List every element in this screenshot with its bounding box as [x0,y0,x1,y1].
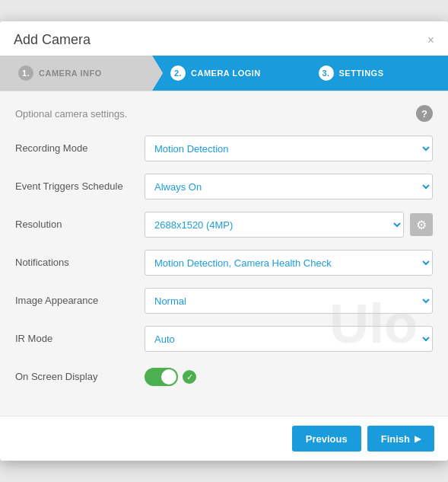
resolution-control: 2688x1520 (4MP) 1920x1080 (2MP) 1280x720… [145,212,433,238]
image-appearance-label: Image Appearance [15,295,145,308]
help-icon[interactable]: ? [416,105,433,122]
previous-button[interactable]: Previous [292,426,361,452]
step-1-number: 1. [18,65,33,81]
finish-label: Finish [381,433,410,445]
recording-mode-label: Recording Mode [15,142,145,155]
event-triggers-row: Event Triggers Schedule Always On Custom… [15,172,433,201]
optional-row: Optional camera settings. ? [15,105,433,122]
resolution-row: Resolution 2688x1520 (4MP) 1920x1080 (2M… [15,210,433,239]
modal-footer: Previous Finish ▶ [0,416,448,461]
image-appearance-control: Normal Black & White Fisheye [145,288,433,314]
ir-mode-row: IR Mode Auto On Off [15,324,433,353]
modal-header: Add Camera × [0,21,448,56]
on-screen-toggle[interactable] [145,368,178,386]
step-camera-login[interactable]: 2. CAMERA LOGIN [152,56,300,91]
ir-mode-select[interactable]: Auto On Off [145,326,433,352]
optional-text: Optional camera settings. [15,108,127,120]
notifications-row: Notifications Motion Detection, Camera H… [15,248,433,277]
recording-mode-select[interactable]: Motion Detection Always On Disabled [145,136,433,161]
step-2-label: CAMERA LOGIN [191,69,261,78]
step-2-number: 2. [170,65,186,81]
toggle-wrap: ✓ [145,368,196,386]
finish-button[interactable]: Finish ▶ [367,426,434,452]
close-icon[interactable]: × [427,34,434,46]
step-3-label: SETTINGS [339,69,384,78]
image-appearance-row: Image Appearance Normal Black & White Fi… [15,286,433,315]
resolution-label: Resolution [15,219,145,231]
previous-label: Previous [306,433,348,445]
modal: Add Camera × 1. CAMERA INFO 2. CAMERA LO… [0,21,448,461]
event-triggers-label: Event Triggers Schedule [15,180,145,193]
notifications-select[interactable]: Motion Detection, Camera Health Check No… [145,250,433,276]
notifications-label: Notifications [15,257,145,270]
gear-icon[interactable]: ⚙ [410,213,433,236]
image-appearance-select[interactable]: Normal Black & White Fisheye [145,288,433,314]
recording-mode-control: Motion Detection Always On Disabled [145,136,433,161]
on-screen-display-label: On Screen Display [15,371,145,384]
recording-mode-row: Recording Mode Motion Detection Always O… [15,134,433,163]
notifications-control: Motion Detection, Camera Health Check No… [145,250,433,276]
step-3-number: 3. [319,65,334,81]
toggle-thumb [161,369,176,385]
ir-mode-label: IR Mode [15,333,145,346]
event-triggers-select[interactable]: Always On Custom Schedule [145,174,433,200]
modal-title: Add Camera [14,32,91,48]
modal-body: Optional camera settings. ? Recording Mo… [0,91,448,416]
step-camera-info[interactable]: 1. CAMERA INFO [0,56,152,91]
step-settings[interactable]: 3. SETTINGS [300,56,449,91]
modal-body-inner: Optional camera settings. ? Recording Mo… [15,105,433,401]
on-screen-display-control: ✓ [145,368,433,386]
event-triggers-control: Always On Custom Schedule [145,174,433,200]
check-circle-icon: ✓ [183,370,196,384]
resolution-select[interactable]: 2688x1520 (4MP) 1920x1080 (2MP) 1280x720… [145,212,404,238]
step-1-label: CAMERA INFO [39,69,102,78]
wizard-steps: 1. CAMERA INFO 2. CAMERA LOGIN 3. SETTIN… [0,56,448,91]
on-screen-display-row: On Screen Display ✓ [15,362,433,391]
chevron-right-icon: ▶ [415,434,421,444]
ir-mode-control: Auto On Off [145,326,433,352]
